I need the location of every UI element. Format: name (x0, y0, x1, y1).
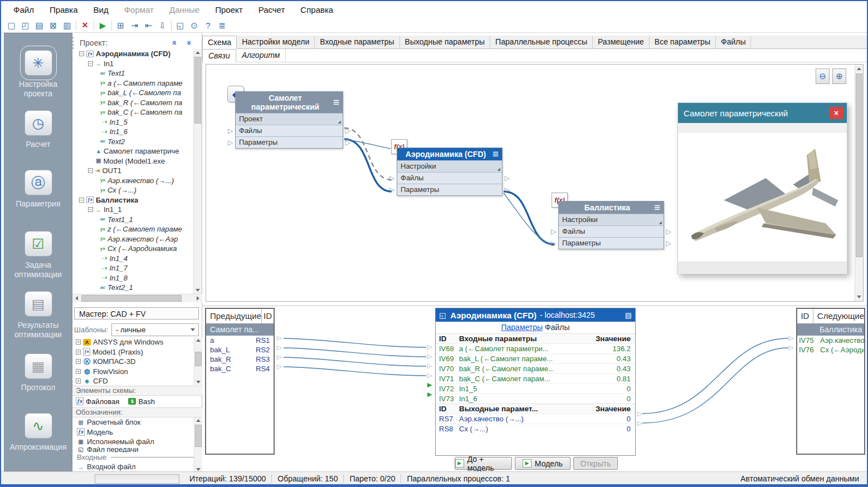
menu-file[interactable]: Файл (6, 2, 42, 17)
tab-schema[interactable]: Схема (202, 36, 237, 49)
input-port-icon[interactable]: ▷ (228, 127, 233, 134)
sidebar-item-optimization-results[interactable]: ▤ Результаты оптимизации (4, 291, 72, 340)
copy-icon[interactable]: ◱ (174, 19, 187, 32)
input-port-icon[interactable]: ▷ (551, 228, 556, 235)
popup-titlebar[interactable]: Самолет параметрический × (678, 103, 847, 123)
block-plane[interactable]: Самолет параметрический≡ Проект◢ Файлы ▷… (235, 91, 343, 149)
output-port-icon[interactable]: ▷ (666, 228, 671, 235)
expand-toggle[interactable]: + (76, 378, 81, 383)
tree-item[interactable]: yxbak_C (←Самолет па (72, 107, 202, 117)
template-item[interactable]: +◆CFD (72, 376, 202, 385)
menu-calc[interactable]: Расчет (251, 2, 293, 17)
table-row[interactable]: bak_RRS3 (206, 355, 274, 364)
block-row-params[interactable]: Параметры ▷ ▷ (397, 184, 502, 195)
files-link[interactable]: Файлы (545, 323, 569, 332)
sidebar-item-parametrics[interactable]: ⓐ Параметрия (4, 170, 72, 209)
delete-icon[interactable]: × (79, 19, 91, 32)
schema-canvas[interactable]: ◆ Самолет параметрический≡ Проект◢ Файлы… (206, 64, 864, 302)
output-port-icon[interactable]: ▷ (345, 139, 350, 146)
tree-hscrollbar[interactable] (72, 294, 202, 302)
schema-icon[interactable]: ⊞ (114, 19, 127, 32)
menu-edit[interactable]: Правка (42, 2, 86, 17)
table-row[interactable]: bak_CRS4 (206, 364, 274, 373)
tab-files[interactable]: Файлы (716, 36, 751, 48)
block-row-params[interactable]: Параметры ▷ ▷ (559, 237, 664, 249)
tree-item[interactable]: yxbak_R (←Самолет па (72, 98, 202, 108)
table-row[interactable]: IV75Аэр.качество (... (797, 336, 864, 345)
model-preview-popup[interactable]: Самолет параметрический × (677, 102, 847, 274)
legend-vscrollbar[interactable] (194, 417, 202, 473)
table-row[interactable]: RS8Cx (→...)0 (436, 424, 635, 434)
tab-input-params[interactable]: Входные параметры (315, 36, 399, 48)
menu-icon[interactable]: ≡ (654, 203, 660, 212)
tab-placement[interactable]: Размещение (593, 36, 650, 48)
collapse-toggle[interactable]: − (88, 207, 93, 212)
template-item[interactable]: +ⓀКОМПАС-3D (72, 357, 202, 367)
block-cfd[interactable]: Аэродинамика (CFD)≡ Настройки◢ Файлы ▷ ▷… (397, 147, 503, 196)
output-port-icon[interactable]: ▷ (505, 186, 510, 193)
tree-item[interactable]: →xIn1_7 (72, 263, 202, 273)
zoom-in-button[interactable]: ⊕ (832, 68, 846, 84)
subtab-algorithm[interactable]: Алгоритм (236, 49, 286, 62)
collapse-toggle[interactable]: − (88, 61, 93, 66)
cfd-run-titlebar[interactable]: ◱ Аэродинамика (CFD) - localhost:3425 ▤ (436, 308, 635, 322)
templates-vscrollbar[interactable] (194, 337, 202, 385)
help-icon[interactable]: ? (202, 19, 214, 32)
tree-item[interactable]: yxCx (←Аэродинамика (72, 244, 202, 254)
legend-header[interactable]: Обозначения: (72, 407, 202, 417)
tree-item[interactable]: −→In1 (72, 59, 202, 69)
collapse-toggle[interactable]: − (88, 168, 93, 173)
block-row-settings[interactable]: Настройки◢ (559, 214, 664, 225)
params-link[interactable]: Параметры (501, 323, 543, 332)
block-cfd-header[interactable]: Аэродинамика (CFD)≡ (397, 148, 502, 160)
expand-toggle[interactable]: + (76, 359, 81, 364)
tree-item[interactable]: −→In1_1 (72, 205, 202, 215)
sidebar-item-approximation[interactable]: ∿ Аппроксимация (4, 413, 72, 452)
output-port-icon[interactable]: ▷ (345, 127, 350, 134)
element-file-based[interactable]: ƒxФайловая (76, 397, 119, 406)
tree-item[interactable]: →xIn1_4 (72, 254, 202, 264)
tab-output-params[interactable]: Выходные параметры (400, 36, 491, 48)
tree-item[interactable]: acText1_1 (72, 215, 202, 225)
block-row-files[interactable]: Файлы ▷ ▷ (397, 172, 502, 184)
tree-item[interactable]: →xIn1_6 (72, 127, 202, 137)
tab-model-settings[interactable]: Настройки модели (237, 36, 315, 48)
tree-item[interactable]: acText2 (72, 137, 202, 147)
run-icon[interactable]: ▶ (96, 19, 109, 32)
template-item[interactable]: +ΛANSYS для Windows (72, 337, 202, 347)
expand-toggle[interactable]: + (76, 340, 81, 345)
next-group[interactable]: Баллистика (797, 324, 864, 336)
input-port-icon[interactable]: ▷ (551, 240, 556, 247)
tree-item[interactable]: −ƒxБаллистика (72, 195, 202, 205)
input-port-icon[interactable]: ▷ (389, 186, 394, 193)
tab-all-params[interactable]: Все параметры (650, 36, 716, 48)
doc-icon[interactable]: ▤ (625, 311, 632, 319)
output-port-icon[interactable]: ▷ (505, 175, 510, 181)
block-row-settings[interactable]: Настройки◢ (397, 160, 502, 172)
table-row[interactable]: IV68a (←Самолет параметри...136.2 (436, 343, 635, 353)
block-plane-header[interactable]: Самолет параметрический≡ (236, 92, 343, 113)
run-model-button[interactable]: ▶Модель (515, 457, 570, 470)
element-bash[interactable]: $Bash (128, 397, 155, 406)
import-icon[interactable]: ⇤ (142, 19, 155, 32)
tree-item[interactable]: −ƒxАэродинамика (CFD) (72, 49, 202, 59)
expand-toggle[interactable]: + (76, 350, 81, 355)
expand-toggle[interactable]: + (76, 369, 81, 374)
table-row[interactable]: IV70bak_R (←Самолет параме...0.43 (436, 363, 635, 373)
tree-item[interactable]: ▣Model (Model1.exe (72, 156, 202, 166)
input-port-icon[interactable]: ▷ (389, 175, 394, 181)
table-row[interactable]: bak_LRS2 (206, 345, 274, 355)
table-row[interactable]: RS7Аэр.качество (→...)0 (436, 414, 635, 424)
tree-item[interactable]: yxАэр.качество (←Аэр (72, 234, 202, 244)
subtab-links[interactable]: Связи (202, 49, 236, 62)
close-button[interactable]: × (829, 107, 843, 119)
duplicate-icon[interactable]: ⇩ (156, 19, 169, 32)
collapse-toggle[interactable]: − (79, 51, 84, 56)
sidebar-item-protocol[interactable]: ▦ Протокол (4, 353, 72, 392)
menu-help[interactable]: Справка (292, 2, 341, 17)
tree-item[interactable]: →xIn1_5 (72, 117, 202, 127)
menu-project[interactable]: Проект (207, 2, 250, 17)
menu-view[interactable]: Вид (86, 2, 116, 17)
export-icon[interactable]: ⇥ (128, 19, 141, 32)
collapse-toggle[interactable]: − (79, 198, 84, 203)
